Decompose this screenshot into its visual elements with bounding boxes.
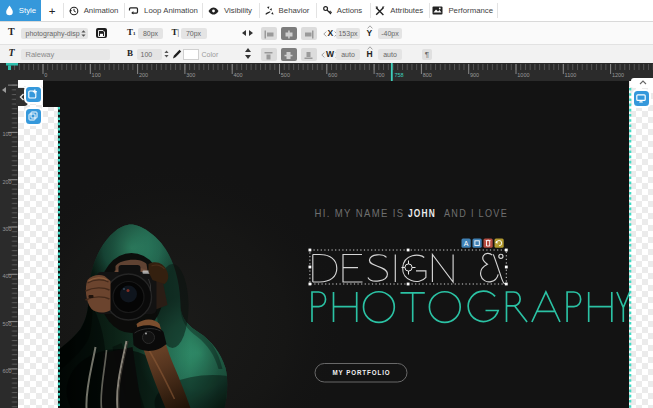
svg-text:1000: 1000 bbox=[517, 72, 529, 78]
svg-text:600: 600 bbox=[328, 72, 337, 78]
svg-text:700: 700 bbox=[375, 72, 384, 78]
svg-text:500: 500 bbox=[3, 321, 12, 327]
svg-text:1100: 1100 bbox=[565, 72, 577, 78]
svg-text:600: 600 bbox=[3, 368, 12, 374]
svg-text:200: 200 bbox=[3, 179, 12, 185]
svg-text:100: 100 bbox=[92, 72, 101, 78]
svg-text:0: 0 bbox=[44, 72, 47, 78]
svg-text:500: 500 bbox=[281, 72, 290, 78]
svg-text:MY PORTFOLIO: MY PORTFOLIO bbox=[332, 368, 390, 377]
svg-text:HI. MY NAME IS: HI. MY NAME IS bbox=[314, 207, 404, 219]
svg-text:1200: 1200 bbox=[612, 72, 624, 78]
svg-text:AND I LOVE: AND I LOVE bbox=[444, 207, 508, 219]
svg-text:400: 400 bbox=[3, 273, 12, 279]
svg-text:758: 758 bbox=[395, 72, 404, 78]
svg-text:JOHN: JOHN bbox=[408, 207, 436, 219]
svg-text:300: 300 bbox=[3, 226, 12, 232]
svg-text:100: 100 bbox=[3, 131, 12, 137]
svg-text:300: 300 bbox=[186, 72, 195, 78]
svg-text:400: 400 bbox=[234, 72, 243, 78]
svg-text:A: A bbox=[463, 240, 468, 247]
svg-text:900: 900 bbox=[470, 72, 479, 78]
svg-text:200: 200 bbox=[139, 72, 148, 78]
svg-text:800: 800 bbox=[423, 72, 432, 78]
